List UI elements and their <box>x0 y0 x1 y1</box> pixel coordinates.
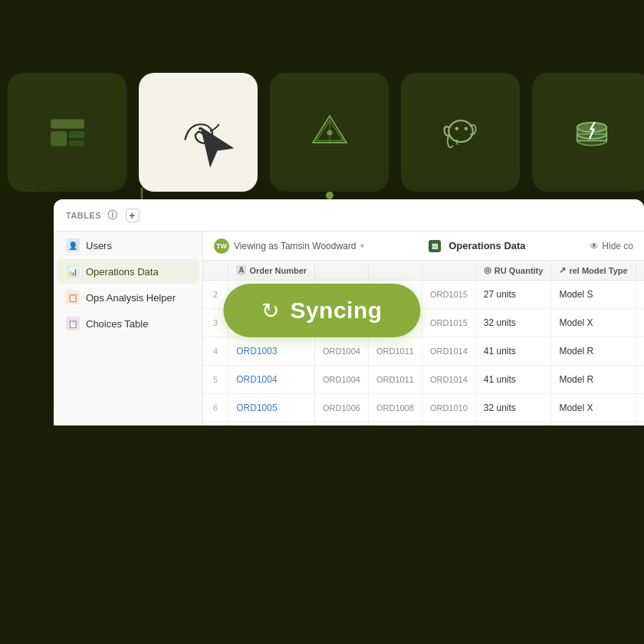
db-name: ▤ Operations Data <box>376 240 577 252</box>
quantity-cell: 32 units <box>475 394 551 422</box>
table-row: 4 ORD1003 ORD1004 ORD1011 ORD1014 41 uni… <box>203 337 644 366</box>
col-header-3 <box>368 261 422 281</box>
syncing-button[interactable]: ↻ Syncing <box>223 284 420 337</box>
col3-cell: ORD1011 <box>368 337 422 366</box>
image-cell: 🚲 <box>636 337 644 366</box>
rel-model-type-header[interactable]: ↗ rel Model Type <box>551 261 636 281</box>
redis-card[interactable] <box>532 73 644 192</box>
top-section: ↻ Syncing TABLES ⓘ + 👤 Users 📊 <box>0 0 644 426</box>
rel-col-icon: ↗ <box>559 265 566 275</box>
svg-rect-2 <box>68 131 84 138</box>
sidebar-item-label: Operations Data <box>86 266 159 278</box>
lu-image-header[interactable]: ◎ LU Image <box>636 261 644 281</box>
quantity-cell: 27 units <box>475 281 551 309</box>
image-cell: 🏍 <box>636 366 644 394</box>
col3-cell: ORD1011 <box>368 366 422 394</box>
col-header-2 <box>315 261 369 281</box>
hide-columns-button[interactable]: 👁 Hide co <box>590 241 633 251</box>
svg-point-11 <box>464 127 467 130</box>
svg-rect-3 <box>68 140 84 146</box>
user-avatar: TW <box>214 238 229 254</box>
row-number: 5 <box>203 366 228 394</box>
panel-header: TABLES ⓘ + <box>54 199 644 232</box>
model-type-cell: Model X <box>551 309 636 337</box>
col-header-4 <box>422 261 475 281</box>
model-type-cell: Model R <box>551 366 636 394</box>
sidebar: 👤 Users 📊 Operations Data 📋 Ops Analysis… <box>54 232 203 426</box>
text-col-icon: A <box>236 265 246 275</box>
svg-rect-1 <box>51 131 67 146</box>
quantity-cell: 32 units <box>475 309 551 337</box>
col3-cell: ORD1008 <box>368 422 422 426</box>
row-num-header <box>203 261 228 281</box>
airtable-card[interactable] <box>8 73 127 192</box>
image-cell: 🚴 <box>636 281 644 309</box>
sidebar-item-label: Choices Table <box>86 318 148 330</box>
svg-point-10 <box>455 127 458 130</box>
row-number: 7 <box>203 422 228 426</box>
row-number: 6 <box>203 394 228 422</box>
quantity-cell: 41 units <box>475 366 551 394</box>
operations-data-icon: 📊 <box>66 264 80 278</box>
col2-cell: ORD1004 <box>315 337 369 366</box>
order-number-cell[interactable]: ORD1004 <box>228 366 315 394</box>
image-cell: 🚵 <box>636 309 644 337</box>
viewing-as-label: Viewing as Tamsin Woodward <box>234 241 356 251</box>
mysql-card[interactable] <box>139 73 258 192</box>
svg-point-8 <box>327 130 332 135</box>
content-header: TW Viewing as Tamsin Woodward ▾ ▤ Operat… <box>203 232 644 261</box>
col3-cell: ORD1008 <box>368 394 422 422</box>
col2-cell: ORD1006 <box>315 394 369 422</box>
viewing-as[interactable]: TW Viewing as Tamsin Woodward ▾ <box>214 238 364 254</box>
sidebar-item-operations-data[interactable]: 📊 Operations Data <box>57 259 199 284</box>
tables-label: TABLES <box>66 211 101 220</box>
sidebar-item-label: Ops Analysis Helper <box>86 292 176 304</box>
icon-cards-row <box>0 73 644 192</box>
dbt-card[interactable] <box>270 73 389 192</box>
table-row: 6 ORD1005 ORD1006 ORD1008 ORD1010 32 uni… <box>203 394 644 422</box>
eye-icon: 👁 <box>590 241 599 251</box>
chevron-down-icon: ▾ <box>360 242 364 250</box>
sidebar-item-ops-analysis[interactable]: 📋 Ops Analysis Helper <box>57 285 199 310</box>
sidebar-item-label: Users <box>86 240 112 251</box>
col4-cell: ORD1015 <box>422 309 475 337</box>
ops-analysis-icon: 📋 <box>66 291 80 304</box>
quantity-cell: 32 units <box>475 422 551 426</box>
num-col-icon: ◎ <box>484 265 491 275</box>
col2-cell: ORD1004 <box>315 366 369 394</box>
col4-cell: ORD1010 <box>422 422 475 426</box>
table-row: 7 ORD1006 ORD1006 ORD1008 ORD1010 32 uni… <box>203 422 644 426</box>
order-number-header[interactable]: A Order Number <box>228 261 315 281</box>
image-cell: 🚵 <box>636 422 644 426</box>
svg-point-20 <box>326 192 334 199</box>
col4-cell: ORD1015 <box>422 281 475 309</box>
tables-section: TABLES ⓘ + <box>66 209 140 222</box>
ru-quantity-header[interactable]: ◎ RU Quantity <box>475 261 551 281</box>
model-type-cell: Model S <box>551 281 636 309</box>
add-table-button[interactable]: + <box>126 209 140 222</box>
model-type-cell: Model X <box>551 422 636 426</box>
col2-cell: ORD1006 <box>315 422 369 426</box>
image-cell: 🚴 <box>636 394 644 422</box>
model-type-cell: Model R <box>551 337 636 366</box>
sync-icon: ↻ <box>261 298 279 324</box>
model-type-cell: Model X <box>551 394 636 422</box>
sync-text: Syncing <box>290 297 382 324</box>
choices-table-icon: 📋 <box>66 317 80 330</box>
svg-point-9 <box>449 120 473 142</box>
users-icon: 👤 <box>66 238 80 252</box>
order-number-cell[interactable]: ORD1005 <box>228 394 315 422</box>
postgres-card[interactable] <box>401 73 520 192</box>
db-icon: ▤ <box>429 240 441 252</box>
row-number: 4 <box>203 337 228 366</box>
order-number-cell[interactable]: ORD1003 <box>228 337 315 366</box>
order-number-cell[interactable]: ORD1006 <box>228 422 315 426</box>
table-row: 5 ORD1004 ORD1004 ORD1011 ORD1014 41 uni… <box>203 366 644 394</box>
sidebar-item-choices-table[interactable]: 📋 Choices Table <box>57 311 199 336</box>
sidebar-item-users[interactable]: 👤 Users <box>57 233 199 258</box>
svg-rect-0 <box>51 119 84 128</box>
col4-cell: ORD1010 <box>422 394 475 422</box>
col4-cell: ORD1014 <box>422 366 475 394</box>
col4-cell: ORD1014 <box>422 337 475 366</box>
quantity-cell: 41 units <box>475 337 551 366</box>
